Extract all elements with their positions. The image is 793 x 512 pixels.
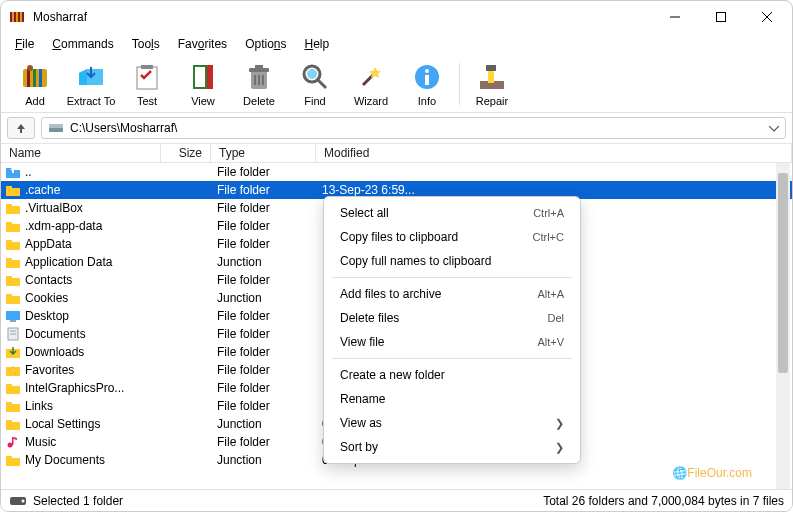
file-name: .VirtualBox	[25, 201, 83, 215]
app-icon	[9, 9, 25, 25]
ctx-separator	[332, 358, 572, 359]
folder-icon	[5, 309, 21, 323]
window-title: Mosharraf	[33, 10, 652, 24]
ctx-add-archive[interactable]: Add files to archiveAlt+A	[324, 282, 580, 306]
ctx-delete[interactable]: Delete filesDel	[324, 306, 580, 330]
file-type: File folder	[211, 165, 316, 179]
wizard-icon	[355, 61, 387, 93]
scrollbar-thumb[interactable]	[778, 173, 788, 373]
menu-file[interactable]: File	[7, 35, 42, 53]
ctx-copy-names[interactable]: Copy full names to clipboard	[324, 249, 580, 273]
delete-icon	[243, 61, 275, 93]
svg-rect-47	[6, 258, 12, 261]
add-button[interactable]: Add	[7, 57, 63, 111]
folder-icon	[5, 435, 21, 449]
svg-rect-61	[6, 404, 20, 412]
svg-rect-13	[137, 67, 157, 89]
ctx-copy-files[interactable]: Copy files to clipboardCtrl+C	[324, 225, 580, 249]
folder-icon	[5, 381, 21, 395]
close-button[interactable]	[744, 1, 790, 33]
info-button[interactable]: Info	[399, 57, 455, 111]
folder-icon	[5, 345, 21, 359]
address-path: C:\Users\Mosharraf\	[70, 121, 177, 135]
svg-rect-49	[6, 276, 12, 279]
chevron-right-icon: ❯	[555, 441, 564, 454]
folder-icon	[5, 399, 21, 413]
file-type: File folder	[211, 201, 316, 215]
folder-icon	[5, 327, 21, 341]
folder-icon	[5, 417, 21, 431]
file-type: File folder	[211, 273, 316, 287]
column-size[interactable]: Size	[161, 144, 211, 162]
svg-rect-44	[6, 242, 20, 250]
file-type: File folder	[211, 183, 316, 197]
ctx-select-all[interactable]: Select allCtrl+A	[324, 201, 580, 225]
menu-favorites[interactable]: Favorites	[170, 35, 235, 53]
ctx-view[interactable]: View fileAlt+V	[324, 330, 580, 354]
svg-rect-16	[207, 65, 213, 89]
svg-rect-68	[6, 456, 12, 459]
svg-point-65	[8, 443, 13, 448]
menu-help[interactable]: Help	[297, 35, 338, 53]
column-type[interactable]: Type	[211, 144, 316, 162]
column-headers: Name Size Type Modified	[1, 143, 792, 163]
context-menu: Select allCtrl+A Copy files to clipboard…	[323, 196, 581, 464]
view-button[interactable]: View	[175, 57, 231, 111]
folder-icon	[5, 201, 21, 215]
svg-rect-33	[486, 65, 496, 71]
svg-rect-41	[6, 204, 12, 207]
file-type: Junction	[211, 417, 316, 431]
folder-icon	[5, 165, 21, 179]
address-input[interactable]: C:\Users\Mosharraf\	[41, 117, 786, 139]
file-type: File folder	[211, 309, 316, 323]
file-type: Junction	[211, 453, 316, 467]
scrollbar[interactable]	[776, 163, 790, 489]
svg-rect-11	[39, 69, 42, 87]
file-name: Desktop	[25, 309, 69, 323]
column-name[interactable]: Name	[1, 144, 161, 162]
svg-point-70	[22, 499, 25, 502]
extract-icon	[75, 61, 107, 93]
file-type: File folder	[211, 327, 316, 341]
ctx-separator	[332, 277, 572, 278]
svg-point-29	[425, 69, 429, 73]
ctx-new-folder[interactable]: Create a new folder	[324, 363, 580, 387]
add-icon	[19, 61, 51, 93]
file-name: Local Settings	[25, 417, 100, 431]
ctx-sort-by[interactable]: Sort by❯	[324, 435, 580, 459]
table-row[interactable]: ..File folder	[1, 163, 792, 181]
file-name: ..	[25, 165, 32, 179]
svg-rect-38	[6, 188, 20, 196]
svg-rect-10	[33, 69, 36, 87]
find-button[interactable]: Find	[287, 57, 343, 111]
maximize-button[interactable]	[698, 1, 744, 33]
file-type: File folder	[211, 345, 316, 359]
menubar: File Commands Tools Favorites Options He…	[1, 33, 792, 55]
repair-button[interactable]: Repair	[464, 57, 520, 111]
wizard-button[interactable]: Wizard	[343, 57, 399, 111]
ctx-rename[interactable]: Rename	[324, 387, 580, 411]
svg-rect-48	[6, 278, 20, 286]
menu-commands[interactable]: Commands	[44, 35, 121, 53]
file-type: File folder	[211, 363, 316, 377]
svg-rect-66	[12, 437, 14, 445]
svg-rect-5	[717, 13, 726, 22]
ctx-view-as[interactable]: View as❯	[324, 411, 580, 435]
up-button[interactable]	[7, 117, 35, 139]
addressbar: C:\Users\Mosharraf\	[1, 113, 792, 143]
menu-options[interactable]: Options	[237, 35, 294, 53]
minimize-button[interactable]	[652, 1, 698, 33]
folder-icon	[5, 453, 21, 467]
extract-button[interactable]: Extract To	[63, 57, 119, 111]
disk-status-icon	[9, 495, 27, 507]
file-name: Contacts	[25, 273, 72, 287]
file-name: Music	[25, 435, 56, 449]
svg-rect-64	[6, 420, 12, 423]
chevron-down-icon[interactable]	[769, 121, 779, 135]
column-modified[interactable]: Modified	[316, 144, 792, 162]
menu-tools[interactable]: Tools	[124, 35, 168, 53]
up-arrow-icon	[15, 122, 27, 134]
delete-button[interactable]: Delete	[231, 57, 287, 111]
test-button[interactable]: Test	[119, 57, 175, 111]
svg-point-12	[27, 65, 33, 71]
